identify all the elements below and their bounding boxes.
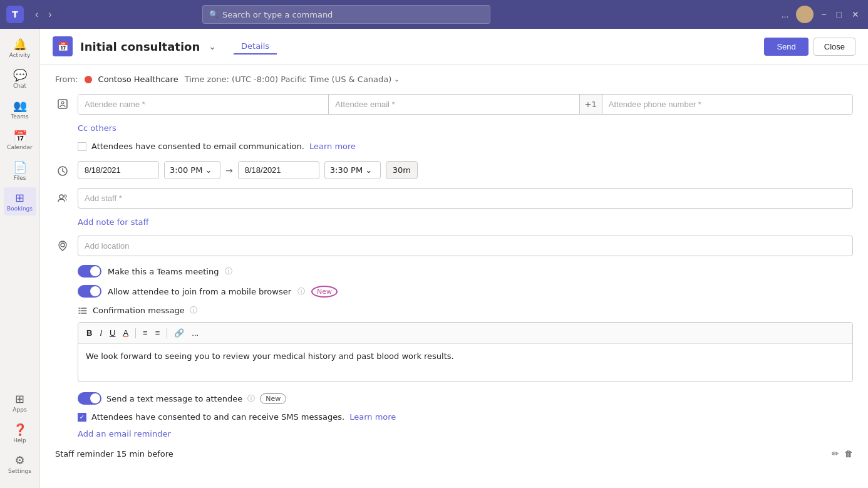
teams-meeting-toggle[interactable]	[78, 265, 101, 278]
rich-toolbar: B I U A ≡ ≡ 🔗 ...	[78, 323, 852, 344]
edit-reminder-button[interactable]: ✏	[832, 449, 839, 459]
duration-badge: 30m	[386, 161, 418, 179]
org-name: Contoso Healthcare	[98, 75, 178, 84]
mobile-browser-info-icon[interactable]: ⓘ	[297, 286, 305, 297]
close-window-button[interactable]: ✕	[849, 7, 862, 22]
add-note-link[interactable]: Add note for staff	[78, 217, 149, 227]
more-toolbar-button[interactable]: ...	[189, 326, 202, 340]
sms-new-badge: New	[260, 393, 286, 404]
sms-consent-checkbox[interactable]: ✓	[78, 413, 86, 422]
title-bar: T ‹ › 🔍 Search or type a command ... − □…	[0, 0, 868, 29]
sms-row: Send a text message to attendee ⓘ New	[78, 392, 853, 405]
learn-more-link[interactable]: Learn more	[309, 142, 356, 151]
sidebar-item-label: Calendar	[7, 144, 32, 150]
sms-info-icon[interactable]: ⓘ	[247, 393, 255, 404]
cc-others-link[interactable]: Cc others	[78, 123, 853, 133]
sidebar-item-bookings[interactable]: ⊞ Bookings	[4, 187, 36, 215]
reminder-actions: ✏ 🗑	[832, 449, 853, 459]
send-button[interactable]: Send	[764, 38, 808, 56]
start-date-input[interactable]	[78, 161, 159, 179]
nav-buttons: ‹ ›	[31, 6, 56, 23]
email-reminder-link[interactable]: Add an email reminder	[78, 429, 853, 439]
phone-prefix: +1	[580, 95, 602, 114]
checkmark-icon: ✓	[80, 413, 85, 420]
end-time-select[interactable]: 3:30 PM ⌄	[324, 161, 381, 179]
sidebar-item-calendar[interactable]: 📅 Calendar	[4, 126, 36, 154]
consent-checkbox[interactable]	[78, 142, 86, 151]
location-input[interactable]	[78, 236, 853, 256]
new-badge-mobile: New	[311, 286, 338, 298]
svg-point-1	[61, 101, 64, 104]
add-note-row: Add note for staff	[78, 217, 853, 227]
font-color-button[interactable]: A	[120, 326, 132, 340]
list-icon	[78, 306, 88, 316]
toggle-thumb	[90, 393, 100, 403]
underline-button[interactable]: U	[106, 326, 118, 340]
header-actions: Send Close	[764, 38, 855, 56]
nav-back-button[interactable]: ‹	[31, 6, 42, 23]
sms-label: Send a text message to attendee	[106, 394, 242, 403]
italic-button[interactable]: I	[96, 326, 105, 340]
teams-meeting-info-icon[interactable]: ⓘ	[225, 266, 232, 277]
page-title: Initial consultation	[80, 40, 200, 53]
mobile-browser-label: Allow attendee to join from a mobile bro…	[108, 287, 291, 296]
numbered-list-button[interactable]: ≡	[152, 326, 163, 340]
mobile-browser-row: Allow attendee to join from a mobile bro…	[78, 285, 853, 298]
sms-toggle[interactable]	[78, 392, 101, 405]
attendee-name-input[interactable]	[78, 95, 329, 114]
sidebar-item-help[interactable]: ❓ Help	[4, 419, 36, 447]
more-options-button[interactable]: ...	[779, 7, 792, 22]
minimize-button[interactable]: −	[819, 7, 829, 22]
svg-point-4	[64, 195, 66, 197]
svg-point-3	[59, 195, 63, 199]
sidebar-item-settings[interactable]: ⚙ Settings	[4, 450, 36, 478]
datetime-row: 3:00 PM ⌄ → 3:30 PM ⌄ 30m	[55, 161, 853, 179]
booking-icon: 📅	[53, 36, 73, 56]
nav-forward-button[interactable]: ›	[44, 6, 55, 23]
close-button[interactable]: Close	[814, 38, 855, 56]
start-time-value: 3:00 PM	[170, 165, 202, 175]
sms-learn-more-link[interactable]: Learn more	[349, 412, 396, 422]
avatar[interactable]	[796, 6, 814, 23]
confirmation-header: Confirmation message ⓘ	[78, 305, 853, 316]
form-content: From: Contoso Healthcare Time zone: (UTC…	[40, 65, 868, 471]
sidebar-item-apps[interactable]: ⊞ Apps	[4, 388, 36, 417]
link-button[interactable]: 🔗	[171, 326, 187, 340]
start-time-select[interactable]: 3:00 PM ⌄	[164, 161, 220, 179]
from-label: From:	[55, 75, 78, 84]
bullet-list-button[interactable]: ≡	[140, 326, 151, 340]
title-chevron-icon[interactable]: ⌄	[209, 41, 216, 51]
staff-input[interactable]	[78, 188, 853, 209]
window-controls: ... − □ ✕	[779, 6, 862, 23]
sidebar-item-label: Files	[14, 175, 26, 181]
toggle-thumb	[90, 266, 100, 276]
files-icon: 📄	[13, 160, 27, 174]
teams-icon: 👥	[13, 99, 27, 112]
attendee-phone-input[interactable]	[602, 95, 852, 114]
location-icon	[55, 238, 70, 253]
timezone-select[interactable]: Time zone: (UTC -8:00) Pacific Time (US …	[185, 75, 400, 84]
bold-button[interactable]: B	[83, 326, 95, 340]
apps-icon: ⊞	[15, 392, 24, 405]
main-content: 📅 Initial consultation ⌄ Details Send Cl…	[40, 29, 868, 488]
timezone-chevron-icon: ⌄	[394, 76, 399, 83]
staff-icon	[55, 190, 70, 205]
bookings-icon: ⊞	[15, 191, 24, 204]
sidebar-bottom: ⊞ Apps ❓ Help ⚙ Settings	[4, 388, 36, 483]
mobile-browser-toggle[interactable]	[78, 285, 101, 298]
delete-reminder-button[interactable]: 🗑	[844, 449, 853, 459]
maximize-button[interactable]: □	[834, 7, 844, 22]
attendee-icon	[55, 96, 70, 112]
confirmation-info-icon[interactable]: ⓘ	[190, 305, 197, 316]
search-bar[interactable]: 🔍 Search or type a command	[202, 5, 490, 24]
sidebar-item-teams[interactable]: 👥 Teams	[4, 95, 36, 123]
search-placeholder: Search or type a command	[222, 10, 333, 19]
end-date-input[interactable]	[238, 161, 319, 179]
editor-content[interactable]: We look forward to seeing you to review …	[78, 344, 852, 382]
tab-details[interactable]: Details	[234, 39, 277, 55]
sidebar-item-activity[interactable]: 🔔 Activity	[4, 34, 36, 62]
toggle-thumb	[90, 286, 100, 296]
sidebar-item-files[interactable]: 📄 Files	[4, 157, 36, 185]
attendee-email-input[interactable]	[329, 95, 579, 114]
sidebar-item-chat[interactable]: 💬 Chat	[4, 65, 36, 93]
